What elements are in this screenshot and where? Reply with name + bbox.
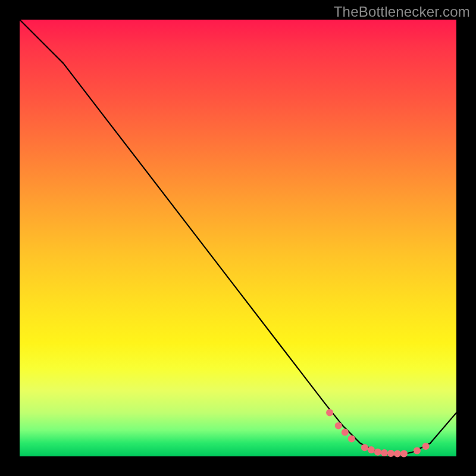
highlight-marker [374,449,381,456]
plot-area [20,20,456,456]
marker-group [326,409,430,458]
highlight-marker [394,450,401,458]
highlight-marker [368,446,375,453]
watermark-text: TheBottlenecker.com [334,4,470,20]
chart-frame: TheBottlenecker.com [0,0,476,476]
chart-overlay [20,20,456,456]
bottleneck-curve [20,20,456,456]
highlight-marker [335,422,342,430]
highlight-marker [400,450,408,458]
highlight-marker [361,444,368,451]
highlight-marker [381,449,388,456]
highlight-marker [422,443,430,450]
highlight-marker [414,447,421,455]
highlight-marker [342,429,349,436]
highlight-marker [348,436,355,443]
highlight-marker [326,409,333,416]
highlight-marker [387,450,394,457]
